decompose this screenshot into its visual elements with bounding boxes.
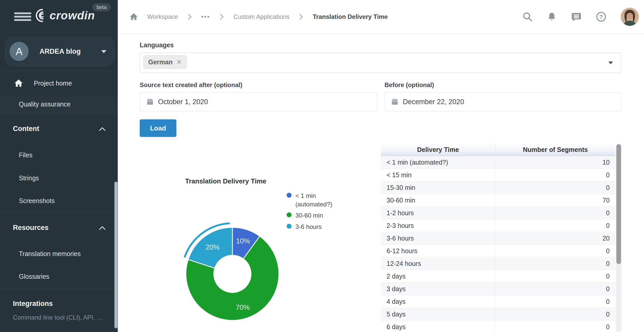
legend-item[interactable]: < 1 min (automated?): [287, 192, 332, 209]
sidebar-section-content[interactable]: Content: [13, 125, 106, 133]
column-header-delivery-time[interactable]: Delivery Time: [381, 144, 496, 156]
table-row[interactable]: 2 days0: [381, 270, 615, 283]
hamburger-menu-button[interactable]: [14, 12, 31, 21]
cell-segments: 0: [495, 245, 615, 257]
messages-icon[interactable]: [571, 11, 582, 22]
sidebar-item-files[interactable]: Files: [19, 151, 33, 159]
table-row[interactable]: < 1 min (automated?)10: [381, 156, 615, 169]
table-scrollbar-thumb[interactable]: [616, 144, 621, 264]
sidebar-scrollbar[interactable]: [114, 182, 117, 328]
app-window: crowdin beta A ARDEA blog Project home Q…: [0, 0, 644, 332]
divider: [0, 32, 118, 32]
chip-label: German: [148, 58, 172, 66]
table-header-row: Delivery Time Number of Segments: [381, 144, 615, 156]
help-icon[interactable]: ?: [595, 11, 607, 22]
calendar-icon: [391, 98, 399, 106]
before-date-input[interactable]: December 22, 2020: [384, 92, 622, 111]
legend-label: 30-60 min: [295, 211, 323, 220]
home-icon[interactable]: [129, 12, 138, 21]
cell-segments: 0: [495, 308, 615, 320]
cell-segments: 0: [495, 283, 615, 295]
cell-delivery-time: 1-2 hours: [381, 207, 495, 219]
search-icon[interactable]: [522, 11, 533, 22]
breadcrumb-ellipsis[interactable]: •••: [201, 13, 210, 20]
sidebar-section-resources[interactable]: Resources: [13, 224, 106, 232]
column-header-number-of-segments[interactable]: Number of Segments: [496, 144, 615, 156]
table-row[interactable]: 6-12 hours0: [381, 245, 615, 257]
table-row[interactable]: 15-30 min0: [381, 181, 615, 194]
cell-segments: 0: [495, 169, 615, 181]
cell-delivery-time: 12-24 hours: [381, 257, 495, 270]
legend-item[interactable]: 30-60 min: [287, 211, 332, 220]
project-switcher[interactable]: A ARDEA blog: [5, 37, 114, 66]
cell-segments: 0: [495, 219, 615, 232]
chevron-down-icon: [101, 50, 106, 53]
table-row[interactable]: 2-3 hours0: [381, 219, 615, 232]
legend-label: (automated?): [295, 200, 332, 209]
table-row[interactable]: < 15 min0: [381, 169, 615, 181]
project-name: ARDEA blog: [40, 48, 81, 56]
table-row[interactable]: 12-24 hours0: [381, 257, 615, 270]
sidebar-item-glossaries[interactable]: Glossaries: [19, 273, 49, 280]
table-row[interactable]: 6 days0: [381, 321, 615, 332]
cell-delivery-time: 30-60 min: [381, 194, 495, 206]
sidebar-item-quality-assurance[interactable]: Quality assurance: [0, 96, 118, 114]
section-label: Resources: [13, 224, 49, 232]
sidebar-item-label: Project home: [34, 80, 72, 87]
cell-segments: 0: [495, 207, 615, 219]
chip-remove-icon[interactable]: ✕: [176, 58, 182, 66]
user-avatar[interactable]: [620, 7, 639, 26]
table-row[interactable]: 1-2 hours0: [381, 207, 615, 219]
divider: [0, 288, 118, 288]
chevron-up-icon: [99, 126, 106, 132]
sidebar-item-screenshots[interactable]: Screenshots: [19, 197, 55, 205]
notifications-bell-icon[interactable]: [546, 11, 557, 22]
sidebar: crowdin beta A ARDEA blog Project home Q…: [0, 0, 118, 332]
breadcrumb: Workspace ••• Custom Applications Transl…: [129, 0, 388, 34]
language-chip-german: German ✕: [143, 55, 187, 69]
table-row[interactable]: 30-60 min70: [381, 194, 615, 207]
cell-segments: 0: [495, 321, 615, 332]
sidebar-item-strings[interactable]: Strings: [19, 174, 39, 182]
before-date-value: December 22, 2020: [403, 98, 464, 106]
beta-badge: beta: [92, 3, 111, 11]
slice-percent-label: 20%: [206, 243, 219, 251]
legend-label: 3-6 hours: [295, 223, 321, 231]
sidebar-item-translation-memories[interactable]: Translation memories: [19, 250, 81, 258]
divider: [0, 213, 118, 213]
table-row[interactable]: 3-6 hours20: [381, 232, 615, 245]
cell-delivery-time: 5 days: [381, 308, 495, 320]
sidebar-item-project-home[interactable]: Project home: [14, 78, 72, 88]
legend-dot-icon: [287, 193, 292, 198]
chevron-up-icon: [99, 225, 106, 230]
after-date-value: October 1, 2020: [158, 98, 208, 106]
select-caret-icon: [608, 61, 613, 64]
cell-delivery-time: 6 days: [381, 321, 495, 332]
breadcrumb-workspace[interactable]: Workspace: [147, 13, 178, 20]
cell-segments: 0: [495, 295, 615, 308]
load-button[interactable]: Load: [140, 119, 176, 137]
section-label: Content: [13, 125, 39, 133]
crowdin-logo[interactable]: crowdin: [33, 9, 95, 22]
cell-delivery-time: 4 days: [381, 295, 495, 308]
cell-delivery-time: 15-30 min: [381, 181, 495, 194]
donut-chart: 10% 20% 70%: [178, 220, 287, 328]
cell-delivery-time: 6-12 hours: [381, 245, 495, 257]
cell-delivery-time: < 1 min (automated?): [381, 156, 495, 168]
table-row[interactable]: 5 days0: [381, 308, 615, 321]
before-date-label: Before (optional): [384, 81, 434, 89]
svg-text:?: ?: [599, 13, 603, 20]
sidebar-section-integrations[interactable]: Integrations: [13, 300, 53, 308]
segments-table: Delivery Time Number of Segments < 1 min…: [381, 144, 615, 332]
languages-select[interactable]: German ✕: [140, 53, 621, 73]
legend-item[interactable]: 3-6 hours: [287, 223, 332, 231]
cell-segments: 0: [495, 257, 615, 270]
legend-dot-icon: [287, 212, 292, 217]
divider: [0, 114, 118, 114]
table-row[interactable]: 4 days0: [381, 295, 615, 308]
divider: [0, 71, 118, 71]
slice-percent-label: 10%: [236, 237, 250, 245]
breadcrumb-custom-applications[interactable]: Custom Applications: [233, 13, 289, 20]
after-date-input[interactable]: October 1, 2020: [140, 92, 377, 111]
table-row[interactable]: 3 days0: [381, 283, 615, 295]
